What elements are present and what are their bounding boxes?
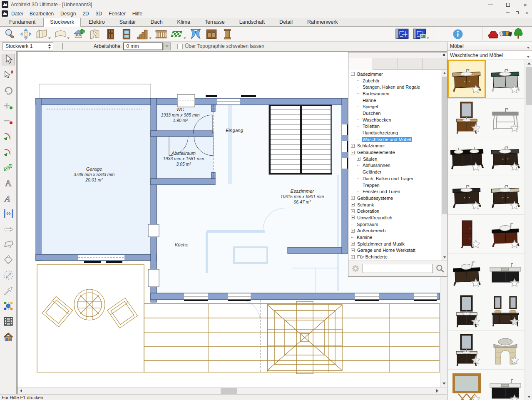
library-scroll-thumb[interactable] <box>526 67 532 105</box>
scroll-up-arrow[interactable] <box>441 70 447 76</box>
tree-item[interactable]: Stangen, Haken und Regale <box>348 84 447 90</box>
tree-item[interactable]: +Für Behinderte <box>348 253 447 260</box>
pan-tool-button[interactable] <box>18 27 33 41</box>
stairs-tool-button[interactable] <box>135 27 153 41</box>
work-height-dropdown[interactable] <box>163 42 171 50</box>
scroll-up-arrow[interactable] <box>525 60 532 67</box>
tab-stockwerk[interactable]: Stockwerk <box>43 18 81 27</box>
library-scrollbar[interactable] <box>525 60 532 400</box>
tree-item-label[interactable]: Säulen <box>362 157 378 161</box>
palette-tab-person[interactable]: undefined <box>373 58 398 70</box>
library-item[interactable] <box>486 370 525 400</box>
expand-icon[interactable]: + <box>351 248 355 252</box>
tree-item[interactable]: -Gebäudeelemente <box>348 149 447 156</box>
scatter-tool-button[interactable] <box>2 269 15 281</box>
fillet-tool-button[interactable] <box>2 131 15 142</box>
column-tool-button[interactable] <box>220 27 235 41</box>
tab-dach[interactable]: Dach <box>144 18 169 26</box>
expand-icon[interactable]: + <box>351 255 355 259</box>
menu-bearbeiten[interactable]: Bearbeiten <box>26 11 57 17</box>
window-tool-button[interactable] <box>119 27 134 41</box>
tab-rahmenwerk[interactable]: Rahmenwerk <box>301 18 345 26</box>
polygon-tool-button[interactable] <box>2 239 15 250</box>
tree-item-label[interactable]: Dekoration <box>356 209 380 214</box>
plan-view-alt-button[interactable] <box>412 27 430 41</box>
tree-item-label[interactable]: Treppen <box>362 183 380 188</box>
delete-point-tool-button[interactable] <box>2 115 15 127</box>
minimize-button[interactable] <box>487 1 494 8</box>
menu-fenster[interactable]: Fenster <box>105 11 129 17</box>
tree-item-label[interactable]: Dach, Balken und Träger <box>362 176 414 181</box>
text-italic-tool-button[interactable]: A <box>2 192 15 204</box>
scroll-left-arrow[interactable] <box>17 388 25 394</box>
floor-tile-tool-button[interactable] <box>169 27 187 41</box>
tree-item-label[interactable]: Waschbecken <box>362 117 392 122</box>
scroll-down-arrow[interactable] <box>441 254 447 261</box>
tree-item-label[interactable]: Kamine <box>356 235 373 240</box>
library-category-dropdown[interactable]: Möbel <box>447 42 532 51</box>
tree-item[interactable]: Kamine <box>348 234 447 241</box>
dimension-tool-button[interactable] <box>2 223 15 235</box>
add-house-tool-button[interactable] <box>72 27 87 41</box>
menu-datei[interactable]: Datei <box>8 11 26 17</box>
select-tool-button[interactable] <box>2 54 15 65</box>
library-item[interactable] <box>447 215 486 253</box>
info-button[interactable] <box>433 27 483 41</box>
palette-tab-download[interactable]: undefined <box>398 58 423 70</box>
tree-item-label[interactable]: Hähne <box>362 98 377 103</box>
railing-tool-button[interactable] <box>154 27 169 41</box>
door-tool-button[interactable] <box>103 27 118 41</box>
expand-icon[interactable]: + <box>351 203 355 206</box>
library-item[interactable] <box>486 60 525 99</box>
search-input[interactable] <box>363 264 433 273</box>
tree-item[interactable]: +Umweltfreundlich <box>348 214 447 221</box>
tree-item[interactable]: Duschen <box>348 110 447 117</box>
decor-tools-button[interactable] <box>483 28 529 40</box>
tree-item-label[interactable]: Abflussrinnen <box>362 163 391 168</box>
tree-item[interactable]: +Dekoration <box>348 208 447 214</box>
tab-terrasse[interactable]: Terrasse <box>198 18 231 26</box>
tree-item[interactable]: Dach, Balken und Träger <box>348 175 447 182</box>
filmstrip-tool-button[interactable] <box>2 316 15 327</box>
tree-item-label[interactable]: Außenbereich <box>356 228 387 233</box>
tree-item[interactable]: +Säulen <box>348 156 447 162</box>
menu-design[interactable]: Design <box>57 11 79 17</box>
tree-item-label[interactable]: Toiletten <box>362 124 380 129</box>
fillet-2-tool-button[interactable] <box>2 146 15 158</box>
tree-item-label[interactable]: Duschen <box>362 111 381 116</box>
mdi-restore-button[interactable] <box>515 10 520 15</box>
tree-item[interactable]: +Schrank <box>348 201 447 208</box>
tree-item-label[interactable]: Badezimmer <box>356 72 384 77</box>
topography-checkbox[interactable] <box>177 44 183 49</box>
chain-tool-button[interactable] <box>2 161 15 173</box>
expand-icon[interactable]: + <box>351 229 355 233</box>
library-item[interactable] <box>447 137 486 176</box>
curved-wall-tool-button[interactable] <box>53 27 71 41</box>
expand-icon[interactable]: + <box>357 157 360 161</box>
mdi-close-button[interactable]: × <box>524 10 530 15</box>
tree-item[interactable]: +Spielzimmer und Musik <box>348 241 447 247</box>
wall-tool-button[interactable] <box>34 27 52 41</box>
library-subcategory-dropdown[interactable]: Waschtische und Möbel <box>447 51 532 60</box>
close-button[interactable]: × <box>522 1 529 8</box>
tree-item-label[interactable]: Schlafzimmer <box>356 143 386 148</box>
chevron-down-icon[interactable] <box>427 37 429 39</box>
tab-sanitär[interactable]: Sanitär <box>113 18 143 26</box>
molecule-tool-button[interactable] <box>2 300 15 312</box>
tree-item-label[interactable]: Spiegel <box>362 104 379 109</box>
tree-item[interactable]: Hähne <box>348 97 447 104</box>
collapse-icon[interactable]: - <box>351 72 355 76</box>
chevron-down-icon[interactable] <box>48 37 51 39</box>
tree-item[interactable]: +Schlafzimmer <box>348 143 447 149</box>
floor-level-selector[interactable]: Stockwerk 1 <box>2 42 53 50</box>
library-item[interactable] <box>486 215 525 253</box>
horizontal-scroll-thumb[interactable] <box>221 388 237 394</box>
tree-item-label[interactable]: Spielzimmer und Musik <box>356 241 405 246</box>
tree-item[interactable]: Handtuchzeizung <box>348 129 447 136</box>
chevron-down-icon[interactable] <box>149 37 152 39</box>
tree-item-label[interactable]: Gebäudesysteme <box>356 196 394 201</box>
zoom-tool-button[interactable] <box>2 27 17 41</box>
menu-3d[interactable]: 3D <box>92 11 105 17</box>
tree-item-label[interactable]: Badewannen <box>362 91 390 96</box>
palette-tab-star[interactable]: undefined <box>423 58 447 70</box>
